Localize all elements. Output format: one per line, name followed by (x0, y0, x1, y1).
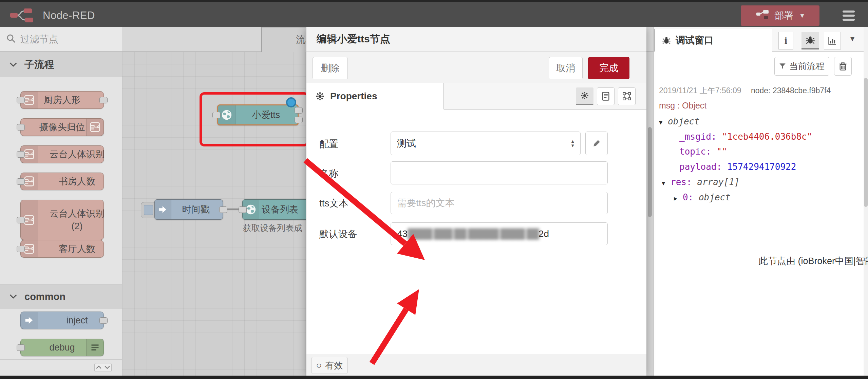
palette-node-ptz-detect[interactable]: 云台人体识别 (20, 145, 104, 163)
tree-value: array[1] (697, 175, 739, 190)
scrollbar-thumb[interactable] (648, 127, 652, 217)
palette-section-subflows[interactable]: 子流程 (0, 52, 122, 77)
debug-message[interactable]: 2019/11/21 上午7:56:09 node: 23848cbe.f9b7… (654, 81, 861, 211)
dialog-form: 配置 测试 ▲▼ 名称 tts文本 默认设备 43 ████ ███ ██ ██… (306, 109, 646, 354)
inject-icon (155, 200, 171, 219)
app-title: Node-RED (43, 9, 95, 22)
config-select[interactable]: 测试 ▲▼ (391, 132, 581, 155)
expand-all-button[interactable] (103, 363, 111, 372)
cancel-button[interactable]: 取消 (549, 57, 583, 79)
tree-value: "" (717, 144, 727, 159)
sidebar-tabstrip: 调试窗口 i ▾ (654, 27, 868, 52)
deploy-button[interactable]: 部署 ▾ (741, 5, 819, 26)
tts-output-port-2[interactable] (295, 117, 303, 123)
tree-row[interactable]: payload: 1574294170922 (659, 159, 858, 175)
expander-icon[interactable]: ▶ (674, 194, 683, 203)
tree-value: object (699, 190, 731, 205)
palette-section-common[interactable]: common (0, 284, 122, 309)
input-port[interactable] (17, 97, 25, 103)
tree-row[interactable]: topic: "" (659, 144, 858, 159)
node-enabled-toggle[interactable]: ○ 有效 (311, 357, 348, 374)
canvas-node-device-list[interactable]: 设备列表 (242, 199, 306, 220)
select-stepper-icon[interactable]: ▲▼ (570, 132, 575, 155)
device-value-suffix: 2d (539, 228, 549, 239)
tree-key: 0: (683, 190, 699, 205)
palette-search-input[interactable] (20, 34, 116, 45)
tab-debug-window[interactable]: 调试窗口 (654, 29, 772, 52)
node-label: 设备列表 (262, 200, 303, 219)
tree-value: 1574294170922 (727, 159, 796, 175)
debug-msg-type: msg : Object (659, 101, 858, 111)
output-port[interactable] (99, 317, 108, 324)
debug-tab-button[interactable] (801, 32, 819, 49)
tree-row[interactable]: _msgid: "1ceb4406.036b8c" (659, 129, 858, 144)
debug-scrollbar[interactable] (864, 27, 868, 379)
name-label: 名称 (319, 167, 338, 180)
edit-config-button[interactable] (585, 132, 608, 155)
device-input-port[interactable] (239, 206, 247, 213)
palette-node-debug[interactable]: debug (20, 339, 104, 356)
palette-search[interactable] (0, 27, 122, 52)
done-button[interactable]: 完成 (588, 57, 629, 79)
input-port[interactable] (17, 344, 25, 351)
input-port[interactable] (17, 246, 25, 252)
collapse-all-button[interactable] (95, 363, 103, 372)
tab-properties[interactable]: Properties (306, 83, 444, 109)
palette-node-living-count[interactable]: 客厅人数 (20, 240, 104, 258)
palette-node-inject[interactable]: inject (20, 312, 104, 329)
input-port[interactable] (17, 178, 25, 185)
tree-row[interactable]: ▶ 0: object (659, 190, 858, 205)
funnel-icon (779, 63, 786, 70)
canvas-scrollbar[interactable] (646, 52, 653, 376)
output-port[interactable] (99, 97, 108, 103)
edit-properties-button[interactable] (576, 87, 593, 105)
input-port[interactable] (17, 217, 25, 223)
info-icon: i (785, 35, 787, 46)
app-logo: Node-RED (10, 6, 95, 25)
name-field[interactable] (391, 161, 608, 184)
description-button[interactable] (597, 87, 615, 105)
deploy-caret-icon[interactable]: ▾ (800, 11, 804, 20)
chevron-down-icon (10, 294, 17, 299)
chevron-down-icon (10, 62, 17, 67)
clear-debug-button[interactable] (834, 57, 852, 76)
palette-node-kitchen-person[interactable]: 厨房人形 (20, 91, 104, 109)
debug-json-tree: ▼ object _msgid: "1ceb4406.036b8c" topic… (659, 114, 858, 205)
tts-text-field[interactable] (391, 192, 608, 214)
palette-footer (0, 359, 122, 376)
tree-row[interactable]: ▼ res: array[1] (659, 175, 858, 190)
section-label: common (24, 291, 65, 302)
main-menu-button[interactable] (843, 11, 855, 21)
expander-icon[interactable]: ▼ (662, 178, 671, 188)
sidebar-menu-caret-icon[interactable]: ▾ (850, 34, 854, 43)
section-label: 子流程 (24, 58, 54, 72)
input-port[interactable] (17, 124, 25, 131)
node-caption: 获取设备列表成 (243, 222, 306, 234)
timestamp-output-port[interactable] (219, 206, 227, 213)
palette-node-study-count[interactable]: 书房人数 (20, 173, 104, 190)
canvas-node-xiaoai-tts[interactable]: 小爱tts (217, 104, 299, 125)
debug-filter-button[interactable]: 当前流程 (774, 57, 829, 76)
filter-label: 当前流程 (789, 60, 825, 72)
tree-key: topic: (679, 144, 717, 159)
appearance-button[interactable] (618, 87, 636, 105)
info-tab-button[interactable]: i (778, 32, 793, 49)
delete-button[interactable]: 删除 (313, 57, 348, 79)
scrollbar-thumb[interactable] (864, 78, 868, 207)
input-port[interactable] (17, 151, 25, 158)
expander-icon[interactable]: ▼ (659, 118, 668, 127)
palette-node-ptz-detect-2[interactable]: 云台人体识别 (2) (20, 200, 104, 240)
tree-row[interactable]: ▼ object (659, 114, 858, 129)
device-value-prefix: 43 (397, 228, 408, 239)
node-label: 客厅人数 (21, 240, 118, 257)
bug-icon (662, 36, 671, 45)
tts-output-port-1[interactable] (295, 107, 303, 114)
canvas-node-timestamp[interactable]: 时间戳 (154, 199, 223, 220)
tts-input-port[interactable] (212, 112, 221, 118)
palette-node-camera-home[interactable]: 摄像头归位 (20, 118, 104, 136)
chart-tab-button[interactable] (824, 32, 841, 49)
bottom-edge (0, 376, 868, 379)
config-selected-value: 测试 (397, 137, 416, 150)
default-device-field[interactable]: 43 ████ ███ ██ █████ ████ ██ 2d (391, 222, 608, 245)
dialog-tabrow: Properties (306, 83, 646, 109)
